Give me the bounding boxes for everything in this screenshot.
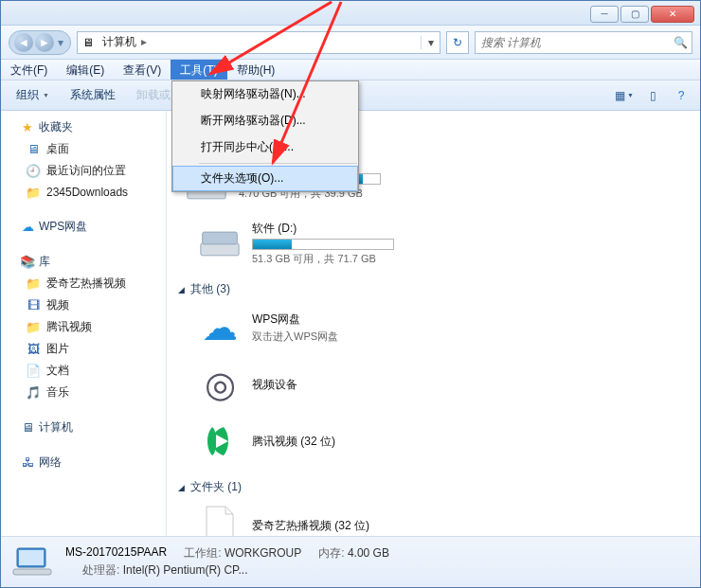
webcam-icon: ◎ [197, 362, 243, 407]
sidebar-item-desktop[interactable]: 🖥桌面 [1, 138, 166, 160]
sidebar-item-label: 文档 [46, 363, 69, 379]
address-text: 计算机 ▸ [99, 34, 421, 50]
svg-rect-3 [203, 232, 238, 244]
view-mode-button[interactable]: ▦▼ [611, 84, 638, 107]
collapse-icon: ◢ [178, 483, 185, 492]
status-memory-label: 内存: [318, 546, 344, 560]
breadcrumb-chevron-icon[interactable]: ▸ [139, 35, 149, 48]
sidebar-item-label: 腾讯视频 [46, 319, 92, 335]
preview-pane-button[interactable]: ▯ [639, 84, 666, 107]
search-icon[interactable]: 🔍 [669, 36, 692, 49]
video-icon: 🎞 [26, 298, 41, 313]
maximize-button[interactable]: ▢ [620, 6, 649, 23]
group-other-label: 其他 (3) [190, 281, 230, 297]
sidebar-item-label: 最近访问的位置 [46, 163, 126, 179]
group-folders-label: 文件夹 (1) [190, 479, 242, 495]
tools-dropdown: 映射网络驱动器(N)... 断开网络驱动器(D)... 打开同步中心(S)...… [171, 80, 359, 192]
status-cpu-label: 处理器: [82, 563, 119, 577]
computer-icon: 🖥 [20, 420, 35, 436]
organize-label: 组织 [16, 87, 39, 103]
svg-rect-7 [13, 569, 51, 575]
menu-edit[interactable]: 编辑(E) [57, 60, 114, 80]
network-icon: 🖧 [20, 455, 35, 471]
sidebar-favorites-head[interactable]: ★ 收藏夹 [1, 116, 166, 138]
sidebar-item-downloads[interactable]: 📁2345Downloads [1, 182, 166, 203]
tile-title: 视频设备 [252, 377, 297, 393]
folder-icon: 📁 [26, 185, 41, 200]
menu-file[interactable]: 文件(F) [1, 60, 57, 80]
tools-folder-options[interactable]: 文件夹选项(O)... [172, 166, 358, 191]
tile-tencent-video[interactable]: 腾讯视频 (32 位) [197, 419, 453, 464]
status-memory-value: 4.00 GB [348, 546, 389, 560]
tools-disconnect-drive[interactable]: 断开网络驱动器(D)... [172, 108, 358, 134]
system-properties-button[interactable]: 系统属性 [61, 83, 125, 107]
sidebar-item-tencent[interactable]: 📁腾讯视频 [1, 316, 166, 338]
menubar: 文件(F) 编辑(E) 查看(V) 工具(T) 帮助(H) 映射网络驱动器(N)… [1, 60, 700, 80]
organize-button[interactable]: 组织 ▼ [7, 83, 59, 107]
libraries-icon: 📚 [20, 255, 35, 270]
address-drop-icon[interactable]: ▾ [421, 36, 440, 49]
explorer-window: ─ ▢ ✕ ◄ ► ▾ 🖥 计算机 ▸ ▾ ↻ 🔍 文件(F) 编辑(E) 查看… [0, 0, 701, 588]
help-button[interactable]: ? [668, 84, 694, 107]
menu-tools[interactable]: 工具(T) [171, 60, 226, 80]
refresh-button[interactable]: ↻ [446, 31, 469, 54]
cloud-icon: ☁ [20, 220, 35, 235]
titlebar: ─ ▢ ✕ [1, 1, 700, 26]
recent-icon: 🕘 [26, 164, 41, 179]
tile-folder-iqiyi[interactable]: 爱奇艺热播视频 (32 位) [197, 503, 453, 536]
drive-icon [197, 221, 243, 266]
sidebar-item-label: 图片 [46, 341, 69, 357]
desktop-icon: 🖥 [26, 142, 41, 157]
menu-help[interactable]: 帮助(H) [227, 60, 285, 80]
sidebar-network-label: 网络 [39, 454, 62, 471]
tile-title: 爱奇艺热播视频 (32 位) [252, 518, 369, 534]
sidebar-wps-head[interactable]: ☁ WPS网盘 [1, 216, 166, 238]
sidebar-network-head[interactable]: 🖧 网络 [1, 452, 166, 473]
nav-history-drop-icon[interactable]: ▾ [55, 36, 66, 49]
status-workgroup-value: WORKGROUP [225, 546, 301, 560]
sidebar-item-documents[interactable]: 📄文档 [1, 360, 166, 382]
status-cpu-value: Intel(R) Pentium(R) CP... [123, 563, 248, 577]
sidebar-item-videos[interactable]: 🎞视频 [1, 294, 166, 316]
close-button[interactable]: ✕ [651, 6, 694, 23]
svg-rect-2 [201, 243, 239, 256]
star-icon: ★ [20, 120, 35, 135]
drive-title: 软件 (D:) [252, 221, 394, 237]
tile-wps[interactable]: ☁ WPS网盘 双击进入WPS网盘 [197, 305, 453, 350]
sidebar-item-recent[interactable]: 🕘最近访问的位置 [1, 160, 166, 182]
search-input[interactable] [476, 36, 669, 49]
pictures-icon: 🖼 [26, 342, 41, 357]
status-computer-name: MS-20170215PAAR [65, 545, 167, 561]
sidebar-computer-label: 计算机 [39, 419, 73, 436]
sidebar-item-label: 桌面 [46, 141, 69, 157]
tools-map-drive[interactable]: 映射网络驱动器(N)... [172, 81, 358, 108]
sidebar-computer-head[interactable]: 🖥 计算机 [1, 417, 166, 438]
documents-icon: 📄 [26, 364, 41, 379]
address-label: 计算机 [102, 35, 136, 48]
sidebar-libraries-head[interactable]: 📚 库 [1, 251, 166, 273]
sidebar-item-music[interactable]: 🎵音乐 [1, 382, 166, 403]
back-button[interactable]: ◄ [14, 33, 33, 52]
sidebar-wps-label: WPS网盘 [39, 219, 87, 235]
search-box[interactable]: 🔍 [475, 31, 692, 54]
sidebar-item-label: 2345Downloads [46, 186, 128, 199]
folder-icon: 📁 [26, 276, 41, 292]
address-bar[interactable]: 🖥 计算机 ▸ ▾ [77, 31, 440, 54]
forward-button[interactable]: ► [35, 33, 54, 52]
sidebar-favorites-label: 收藏夹 [39, 119, 73, 135]
tile-video-device[interactable]: ◎ 视频设备 [197, 362, 453, 407]
sidebar-item-label: 音乐 [46, 384, 69, 401]
sidebar-item-pictures[interactable]: 🖼图片 [1, 338, 166, 360]
sidebar-item-iqiyi[interactable]: 📁爱奇艺热播视频 [1, 273, 166, 294]
group-folders-head[interactable]: ◢ 文件夹 (1) [178, 475, 689, 499]
tile-title: 腾讯视频 (32 位) [252, 434, 335, 450]
chevron-down-icon: ▼ [43, 92, 49, 98]
menu-view[interactable]: 查看(V) [114, 60, 171, 80]
group-other-head[interactable]: ◢ 其他 (3) [178, 277, 689, 301]
tools-open-sync[interactable]: 打开同步中心(S)... [172, 134, 358, 161]
music-icon: 🎵 [26, 385, 41, 401]
minimize-button[interactable]: ─ [590, 6, 619, 23]
cloud-icon: ☁ [197, 305, 243, 350]
navbar: ◄ ► ▾ 🖥 计算机 ▸ ▾ ↻ 🔍 [1, 26, 700, 60]
drive-tile-d[interactable]: 软件 (D:) 51.3 GB 可用，共 71.7 GB [197, 221, 453, 266]
